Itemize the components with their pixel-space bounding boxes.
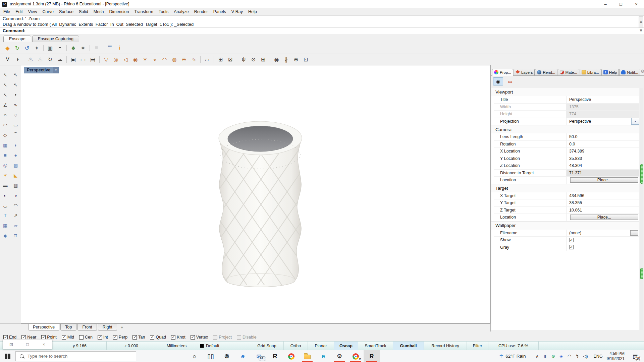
status-smarttrack[interactable]: SmartTrack [358,342,393,350]
menu-v-ray[interactable]: V-Ray [229,9,246,15]
osnap-int[interactable]: ✓Int [98,335,108,340]
property-value-x-location[interactable]: 374.389 [567,148,639,155]
cortana-taskbar-icon[interactable]: ○ [186,350,203,362]
polygon-icon[interactable]: ◇ [1,130,10,139]
property-value-height[interactable]: 774 [567,111,639,118]
status-y-9-166[interactable]: y 9.166 [53,342,107,350]
viewport-title-label[interactable]: Perspective ▾ [24,67,59,73]
rhino-taskbar-icon[interactable]: R [267,350,283,362]
panel-tab-render[interactable]: Rend... [535,69,557,75]
place-button[interactable]: Place... [570,177,638,183]
sphere-icon[interactable]: ● [11,150,20,160]
toolbar-tab-enscape-capturing[interactable]: Enscape Capturing [32,36,79,42]
render-last-icon[interactable]: ↻ [46,55,55,64]
move-icon[interactable]: ↗ [11,211,20,220]
status-filter[interactable]: Filter [467,342,488,350]
adjustable-curve-blend-icon[interactable]: ◡ [1,201,10,210]
property-value-projection[interactable]: Perspective▾ [567,118,639,125]
general-settings-icon[interactable]: ≡ [92,44,101,53]
panel-tab-libraries[interactable]: Libra... [580,69,601,75]
lock-scene-icon[interactable]: ⊡ [301,55,310,64]
lens-effects-icon[interactable]: ⊕ [291,55,301,64]
property-value-distance-to-target[interactable]: 71.371 [567,170,639,177]
status-osnap[interactable]: Osnap [334,342,358,350]
property-value-gray[interactable]: ✓ [567,244,639,251]
vr-headset-icon[interactable]: ◓ [55,44,64,53]
mesh-light-icon[interactable]: ◍ [170,55,179,64]
visual-settings-icon[interactable]: ✶ [78,44,88,53]
chevron-up-icon[interactable]: ∧ [533,354,541,359]
menu-view[interactable]: View [25,9,40,15]
clock-time[interactable]: 4:59 PM [607,351,625,356]
render-interactive-icon[interactable]: ♨ [36,55,45,64]
vray-about-icon[interactable]: V [3,55,12,64]
toggle-lights-icon[interactable]: ∦ [282,55,291,64]
menu-tools[interactable]: Tools [156,9,171,15]
vray-geometry-add-icon[interactable]: ⊞ [216,55,225,64]
edge-taskbar-icon[interactable]: e [315,350,331,362]
rhino-active-taskbar-icon[interactable]: R [364,350,380,362]
command-area[interactable]: Command: '_Zoom Drag a window to zoom ( … [0,15,644,34]
circle-icon[interactable]: ○ [1,110,10,119]
toolbar-tab-enscape[interactable]: Enscape [3,36,31,42]
trim-icon[interactable]: ▬ [1,181,10,190]
sphere-light-icon[interactable]: ◎ [111,55,120,64]
panel-scrollbar[interactable] [640,88,643,330]
select-filter-icon[interactable]: ↖ [11,70,20,79]
ies-light-icon[interactable]: ◒ [150,55,159,64]
property-value-z-target[interactable]: 10.061 [567,207,639,214]
panel-tab-notifications[interactable]: Notif... [619,69,640,75]
file-explorer-taskbar-icon[interactable] [299,350,315,362]
cylinder-icon[interactable]: ◎ [1,161,10,170]
render-teapot-icon[interactable]: ♨ [26,55,35,64]
menu-transform[interactable]: Transform [131,9,156,15]
osnap-knot[interactable]: ✓Knot [171,335,185,340]
viewport-tab-top[interactable]: Top [60,324,76,331]
property-value-filename[interactable]: (none)... [567,230,639,237]
language-indicator[interactable]: ENG [594,354,603,359]
rectangle-icon[interactable]: ▭ [11,120,20,129]
wifi-icon[interactable]: ◠ [566,354,574,359]
status-record-history[interactable]: Record History [424,342,467,350]
menu-dimension[interactable]: Dimension [106,9,131,15]
screenshot-icon[interactable]: ▣ [46,44,55,53]
menu-render[interactable]: Render [192,9,211,15]
boolean-difference-icon[interactable]: ◑ [11,191,20,200]
spot-light-icon[interactable]: ◁ [121,55,130,64]
curve-continuity-icon[interactable]: ◠ [11,201,20,210]
panel-scrollbar-thumb-lower[interactable] [640,268,643,279]
panel-tab-properties[interactable]: Prop... [492,69,513,76]
osnap-near[interactable]: ✓Near [21,335,36,340]
asset-editor-icon[interactable]: ◑ [13,55,22,64]
clipping-plane-icon[interactable]: ▱ [203,55,212,64]
panel-scrollbar-thumb[interactable] [640,164,643,184]
property-value-rotation[interactable]: 0.0 [567,141,639,148]
batch-render-icon[interactable]: ▤ [88,55,97,64]
volume-icon[interactable]: ◁) [582,354,590,359]
status-default[interactable]: Default [197,342,250,350]
place-button[interactable]: Place... [570,215,638,220]
select-crossing-icon[interactable]: ↖ [11,80,20,89]
vfb-window-icon[interactable]: ▭ [78,55,88,64]
vray-tiles-icon[interactable]: ⊞ [259,55,268,64]
mini-window[interactable]: ⊡□× [3,339,52,349]
property-value-width[interactable]: 1375 [567,104,639,111]
viewport-tab-right[interactable]: Right [98,324,117,331]
arc-icon[interactable]: ◠ [1,120,10,129]
single-point-icon[interactable]: • [11,90,20,99]
orient-icon[interactable]: ▱ [11,221,20,230]
vray-fur-icon[interactable]: ψ [239,55,248,64]
viewport-menu-caret-icon[interactable]: ▾ [53,67,58,73]
vase-model[interactable] [207,117,314,292]
frame-buffer-icon[interactable]: ▣ [69,55,78,64]
command-prompt[interactable]: Command: [0,27,644,33]
create-view-icon[interactable]: ✦ [32,44,41,53]
cloud-render-icon[interactable]: ☁ [55,55,64,64]
asset-library-icon[interactable]: ♣ [69,44,78,53]
control-point-curve-icon[interactable]: ∿ [11,100,20,109]
split-icon[interactable]: ▥ [11,181,20,190]
power-plug-icon[interactable]: ↯ [574,354,582,359]
search-input[interactable] [27,353,121,359]
status-planar[interactable]: Planar [308,342,334,350]
scroll-down-icon[interactable]: ▾ [637,26,644,35]
